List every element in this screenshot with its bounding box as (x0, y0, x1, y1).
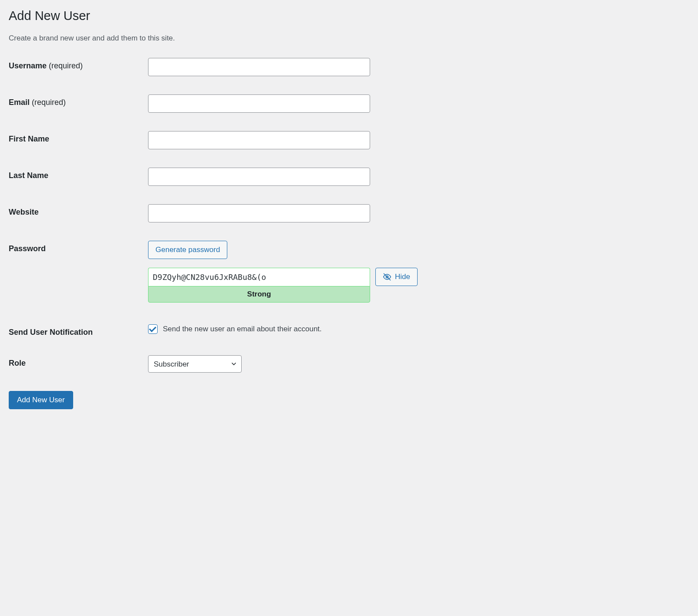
username-input[interactable] (148, 58, 370, 76)
email-input[interactable] (148, 94, 370, 113)
page-description: Create a brand new user and add them to … (9, 34, 689, 43)
first-name-control (148, 131, 689, 149)
form-row-username: Username (required) (9, 58, 689, 76)
hide-password-label: Hide (395, 273, 410, 281)
username-control (148, 58, 689, 76)
form-row-website: Website (9, 204, 689, 222)
role-select[interactable]: Subscriber (148, 355, 242, 373)
email-required-text: (required) (32, 98, 66, 107)
role-select-wrap: Subscriber (148, 355, 242, 373)
hide-password-button[interactable]: Hide (375, 268, 418, 286)
form-row-first-name: First Name (9, 131, 689, 149)
email-control (148, 94, 689, 113)
last-name-control (148, 168, 689, 186)
add-new-user-button[interactable]: Add New User (9, 391, 73, 409)
username-label: Username (required) (9, 58, 148, 71)
notification-checkbox-row: Send the new user an email about their a… (148, 324, 689, 334)
form-row-last-name: Last Name (9, 168, 689, 186)
password-input[interactable] (148, 268, 370, 286)
password-control: Generate password Strong Hide (148, 241, 689, 303)
password-input-row: Strong Hide (148, 268, 689, 303)
password-label: Password (9, 241, 148, 253)
website-input[interactable] (148, 204, 370, 222)
username-label-text: Username (9, 61, 47, 70)
role-control: Subscriber (148, 355, 689, 373)
page-title: Add New User (9, 9, 689, 23)
notification-control: Send the new user an email about their a… (148, 324, 689, 334)
password-strength-indicator: Strong (148, 286, 370, 303)
form-row-role: Role Subscriber (9, 355, 689, 373)
eye-slash-icon (383, 273, 391, 281)
website-label: Website (9, 204, 148, 217)
notification-checkbox[interactable] (148, 324, 158, 334)
email-label-text: Email (9, 98, 30, 107)
last-name-label: Last Name (9, 168, 148, 180)
username-required-text: (required) (49, 61, 83, 70)
last-name-input[interactable] (148, 168, 370, 186)
form-row-notification: Send User Notification Send the new user… (9, 324, 689, 337)
submit-row: Add New User (9, 391, 689, 409)
role-label: Role (9, 355, 148, 368)
first-name-input[interactable] (148, 131, 370, 149)
notification-checkbox-label[interactable]: Send the new user an email about their a… (163, 325, 322, 333)
email-label: Email (required) (9, 94, 148, 107)
form-row-email: Email (required) (9, 94, 689, 113)
generate-password-button[interactable]: Generate password (148, 241, 227, 259)
password-input-wrap: Strong (148, 268, 370, 303)
notification-label: Send User Notification (9, 324, 148, 337)
first-name-label: First Name (9, 131, 148, 144)
website-control (148, 204, 689, 222)
form-row-password: Password Generate password Strong Hide (9, 241, 689, 303)
